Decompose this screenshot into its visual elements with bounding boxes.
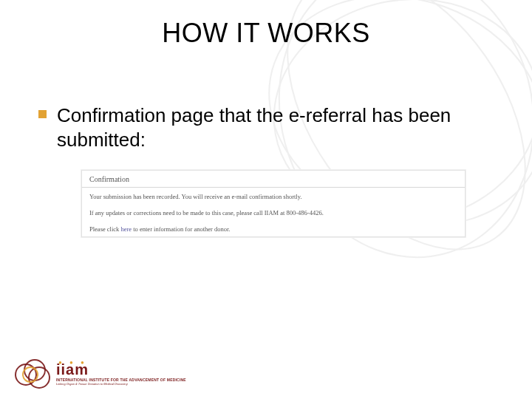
panel-line-1: Your submission has been recorded. You w… (82, 188, 465, 204)
bullet-block: Confirmation page that the e-referral ha… (38, 103, 502, 153)
bullet-marker-icon (38, 110, 47, 118)
panel-line-3: Please click here to enter information f… (82, 220, 465, 236)
another-donor-link[interactable]: here (120, 225, 132, 233)
logo-word: ● ● ● iiam (56, 362, 186, 377)
panel-header: Confirmation (82, 171, 465, 188)
slide-title: HOW IT WORKS (0, 18, 532, 49)
panel-line3-post: to enter information for another donor. (132, 225, 230, 233)
logo-subtitle-2: Linking Organ & Tissue Donation to Medic… (56, 383, 186, 386)
confirmation-screenshot-panel: Confirmation Your submission has been re… (81, 170, 466, 237)
logo-rings-icon (15, 359, 52, 389)
bullet-text: Confirmation page that the e-referral ha… (57, 103, 502, 153)
panel-line-2: If any updates or corrections need to be… (82, 204, 465, 220)
panel-line3-pre: Please click (89, 225, 120, 233)
iiam-logo: ● ● ● iiam INTERNATIONAL INSTITUTE FOR T… (15, 359, 186, 389)
